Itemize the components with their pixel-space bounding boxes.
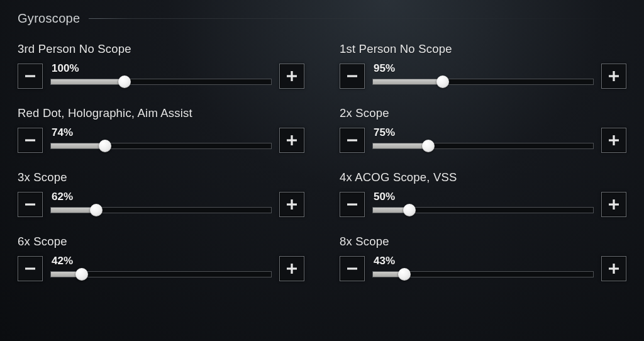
minus-icon xyxy=(24,262,36,275)
slider-control: 75% xyxy=(340,126,626,153)
minus-icon xyxy=(346,70,358,82)
slider-control: 42% xyxy=(18,255,304,281)
increment-button[interactable] xyxy=(279,128,304,153)
setting-tpp-no-scope: 3rd Person No Scope100% xyxy=(18,42,304,89)
plus-icon xyxy=(608,134,620,147)
plus-icon xyxy=(286,198,298,211)
slider-track[interactable] xyxy=(372,271,594,277)
minus-icon xyxy=(24,70,36,82)
section-header: Gyroscope xyxy=(18,11,626,26)
slider-control: 50% xyxy=(340,191,626,217)
svg-rect-2 xyxy=(291,71,292,81)
setting-fpp-no-scope: 1st Person No Scope95% xyxy=(340,42,626,89)
slider-thumb[interactable] xyxy=(90,204,103,216)
decrement-button[interactable] xyxy=(18,256,43,281)
svg-rect-12 xyxy=(25,203,35,205)
slider-thumb[interactable] xyxy=(436,75,449,88)
slider-control: 74% xyxy=(18,126,304,153)
increment-button[interactable] xyxy=(601,128,626,153)
decrement-button[interactable] xyxy=(18,128,43,153)
increment-button[interactable] xyxy=(279,192,304,217)
minus-icon xyxy=(346,262,358,275)
increment-button[interactable] xyxy=(601,64,626,89)
setting-label: 8x Scope xyxy=(340,235,626,249)
slider-fill xyxy=(51,143,105,148)
plus-icon xyxy=(286,134,298,147)
minus-icon xyxy=(24,134,36,147)
gyroscope-settings-panel: Gyroscope 3rd Person No Scope100%1st Per… xyxy=(0,0,644,281)
slider-track[interactable] xyxy=(372,79,594,85)
svg-rect-0 xyxy=(25,75,35,77)
svg-rect-6 xyxy=(25,139,35,141)
setting-label: 2x Scope xyxy=(340,106,626,120)
plus-icon xyxy=(286,70,298,82)
slider-track[interactable] xyxy=(50,271,272,277)
plus-icon xyxy=(608,262,620,275)
slider-control: 43% xyxy=(340,255,626,281)
decrement-button[interactable] xyxy=(340,64,365,89)
setting-scope-3x: 3x Scope62% xyxy=(18,170,304,217)
increment-button[interactable] xyxy=(279,256,304,281)
svg-rect-9 xyxy=(347,139,357,141)
slider-track[interactable] xyxy=(372,207,594,213)
decrement-button[interactable] xyxy=(340,128,365,153)
setting-label: 6x Scope xyxy=(18,235,304,249)
section-title: Gyroscope xyxy=(18,11,80,26)
decrement-button[interactable] xyxy=(340,192,365,217)
slider-thumb[interactable] xyxy=(99,140,111,152)
plus-icon xyxy=(286,262,298,275)
setting-label: 1st Person No Scope xyxy=(340,42,626,56)
svg-rect-3 xyxy=(347,75,357,77)
slider-fill xyxy=(373,143,428,148)
slider-value: 43% xyxy=(372,255,594,267)
svg-rect-14 xyxy=(291,199,292,210)
setting-label: Red Dot, Holographic, Aim Assist xyxy=(18,106,304,120)
slider-thumb[interactable] xyxy=(118,75,131,88)
slider-value: 100% xyxy=(50,62,272,75)
slider-fill xyxy=(51,79,125,84)
setting-label: 3rd Person No Scope xyxy=(18,42,304,56)
plus-icon xyxy=(608,198,620,211)
minus-icon xyxy=(346,198,358,211)
increment-button[interactable] xyxy=(601,256,626,281)
slider-value: 75% xyxy=(372,126,594,139)
slider-value: 42% xyxy=(50,255,272,267)
slider-value: 50% xyxy=(372,191,594,203)
slider-control: 95% xyxy=(340,62,626,89)
minus-icon xyxy=(346,134,358,147)
svg-rect-5 xyxy=(613,71,614,81)
slider-thumb[interactable] xyxy=(422,140,435,152)
svg-rect-23 xyxy=(613,264,614,274)
svg-rect-21 xyxy=(347,267,357,269)
decrement-button[interactable] xyxy=(340,256,365,281)
svg-rect-18 xyxy=(25,267,35,269)
svg-rect-11 xyxy=(613,135,614,145)
setting-scope-6x: 6x Scope42% xyxy=(18,235,304,281)
slider-control: 62% xyxy=(18,191,304,217)
svg-rect-8 xyxy=(291,135,292,145)
setting-label: 3x Scope xyxy=(18,170,304,184)
setting-scope-4x-vss: 4x ACOG Scope, VSS50% xyxy=(340,170,626,217)
decrement-button[interactable] xyxy=(18,192,43,217)
increment-button[interactable] xyxy=(279,64,304,89)
setting-reddot-holo: Red Dot, Holographic, Aim Assist74% xyxy=(18,106,304,153)
slider-track[interactable] xyxy=(372,143,594,149)
setting-scope-8x: 8x Scope43% xyxy=(340,235,626,281)
increment-button[interactable] xyxy=(601,192,626,217)
svg-rect-15 xyxy=(347,203,357,205)
slider-thumb[interactable] xyxy=(75,268,88,281)
slider-value: 95% xyxy=(372,62,594,75)
slider-track[interactable] xyxy=(50,207,272,213)
slider-thumb[interactable] xyxy=(403,204,416,216)
slider-thumb[interactable] xyxy=(398,268,411,281)
slider-value: 74% xyxy=(50,126,272,139)
slider-track[interactable] xyxy=(50,143,272,149)
slider-track[interactable] xyxy=(50,79,272,85)
slider-fill xyxy=(373,79,443,84)
slider-control: 100% xyxy=(18,62,304,89)
minus-icon xyxy=(24,198,36,211)
slider-value: 62% xyxy=(50,191,272,203)
svg-rect-17 xyxy=(613,199,614,210)
decrement-button[interactable] xyxy=(18,64,43,89)
setting-scope-2x: 2x Scope75% xyxy=(340,106,626,153)
